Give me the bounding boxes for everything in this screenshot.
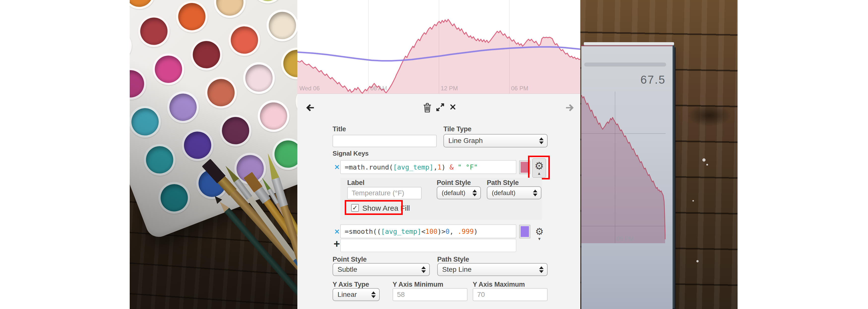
y-axis-type-label: Y Axis Type <box>333 281 369 288</box>
select-stepper-icon <box>539 138 544 144</box>
expand-icon[interactable] <box>435 102 445 113</box>
paint-speckle <box>696 260 699 262</box>
tile-type-value: Line Graph <box>448 137 537 145</box>
color-swatch[interactable] <box>519 160 530 174</box>
point-style-select[interactable]: (default) <box>437 187 481 199</box>
back-arrow-icon[interactable] <box>305 102 316 114</box>
gear-icon: ⚙ <box>534 161 544 171</box>
select-stepper-icon <box>421 266 426 273</box>
swatch-color <box>521 226 529 237</box>
select-stepper-icon <box>472 190 477 196</box>
svg-text:06 AM: 06 AM <box>370 85 387 91</box>
point-style-select[interactable]: Subtle <box>333 263 430 276</box>
paint-speckle <box>692 200 694 201</box>
color-swatch[interactable] <box>519 225 530 238</box>
select-stepper-icon <box>533 190 537 196</box>
path-style-label: Path Style <box>437 256 469 263</box>
trash-icon[interactable] <box>422 102 433 114</box>
signal-key-input[interactable]: =math.round([avg_temp],1) & " °F" <box>340 160 516 174</box>
gear-icon: ⚙ <box>535 226 544 237</box>
paint-speckle <box>702 158 706 162</box>
signal-key-input[interactable]: =smooth(([avg_temp]<100)>0, .999) <box>340 224 516 238</box>
new-signal-key-input[interactable] <box>340 239 516 252</box>
y-axis-type-select[interactable]: Linear <box>333 288 380 301</box>
title-input[interactable] <box>333 135 437 147</box>
temperature-chart: Wed 0606 AM12 PM06 PM <box>297 0 580 94</box>
y-axis-minimum-label: Y Axis Minimum <box>393 281 443 288</box>
path-style-value: Step Line <box>442 265 537 274</box>
add-signal-key-button[interactable]: + <box>334 240 340 248</box>
title-label: Title <box>333 125 346 133</box>
select-stepper-icon <box>539 266 544 273</box>
caret-down-icon: ▼ <box>537 237 541 241</box>
scene: Wed 0606 AM12 PM06 PM T <box>130 0 738 309</box>
stacked-pages-edge <box>584 42 674 45</box>
close-icon[interactable] <box>448 102 458 113</box>
caret-up-icon: ▲ <box>537 171 541 175</box>
y-axis-minimum-input[interactable] <box>393 288 467 301</box>
y-axis-type-value: Linear <box>338 291 369 299</box>
device-chart: 06 PM <box>581 91 672 255</box>
path-style-select[interactable]: Step Line <box>437 263 548 276</box>
select-stepper-icon <box>371 291 376 298</box>
label-field-label: Label <box>347 179 365 187</box>
svg-text:06 PM: 06 PM <box>617 235 633 242</box>
device-temperature-value: 67.5 <box>609 73 665 86</box>
signal-options-gear-button[interactable]: ⚙ ▼ <box>533 225 546 243</box>
photo-shadow-overlay <box>130 0 297 309</box>
label-input[interactable] <box>347 187 422 199</box>
photo-watercolor-palette <box>130 0 297 309</box>
tile-type-label: Tile Type <box>443 125 471 133</box>
wood-knot <box>687 104 732 127</box>
path-style-select[interactable]: (default) <box>487 187 541 199</box>
show-area-fill-checkbox[interactable]: ✓ <box>351 204 359 212</box>
svg-text:12 PM: 12 PM <box>441 85 458 91</box>
point-style-value: (default) <box>442 189 470 197</box>
tile-settings-modal: Wed 0606 AM12 PM06 PM T <box>297 0 580 309</box>
remove-signal-icon[interactable] <box>333 228 341 236</box>
tile-type-select[interactable]: Line Graph <box>443 134 548 147</box>
point-style-value: Subtle <box>338 265 420 274</box>
svg-text:06 PM: 06 PM <box>511 85 528 91</box>
svg-text:Wed 06: Wed 06 <box>299 85 320 91</box>
path-style-label: Path Style <box>487 179 519 187</box>
screenshot-canvas: Wed 0606 AM12 PM06 PM T <box>0 0 868 309</box>
y-axis-maximum-input[interactable] <box>473 288 548 301</box>
show-area-fill-label: Show Area Fill <box>362 204 410 213</box>
point-style-label: Point Style <box>437 179 471 187</box>
paint-speckle <box>706 164 708 166</box>
path-style-value: (default) <box>492 189 531 197</box>
line-graph-preview: Wed 0606 AM12 PM06 PM <box>297 0 580 94</box>
swatch-color <box>521 162 529 173</box>
point-style-label: Point Style <box>333 256 367 263</box>
signal-keys-label: Signal Keys <box>333 150 369 157</box>
paper-dashboard-device: 67.5 06 PM <box>581 45 673 309</box>
device-title-bar <box>584 62 666 66</box>
y-axis-maximum-label: Y Axis Maximum <box>473 281 525 288</box>
forward-arrow-icon[interactable] <box>564 102 575 114</box>
photo-notepad-device: 67.5 06 PM <box>580 0 738 309</box>
remove-signal-icon[interactable] <box>333 163 341 172</box>
signal-options-gear-button[interactable]: ⚙ ▲ <box>532 158 546 178</box>
